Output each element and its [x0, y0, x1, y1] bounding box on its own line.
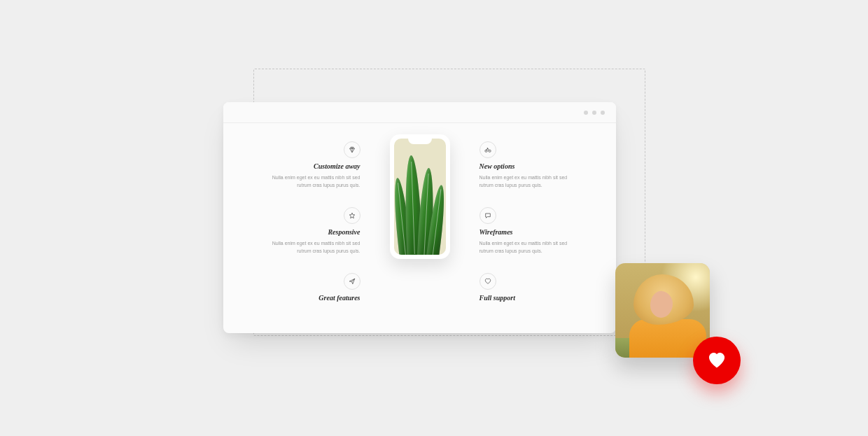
browser-window: Customize away Nulla enim eget ex eu mat… [223, 102, 616, 333]
feature-title: Great features [318, 294, 360, 302]
phone-notch [408, 139, 432, 144]
person-illustration [615, 263, 710, 358]
phone-screen [394, 139, 446, 255]
window-dot [601, 111, 605, 115]
paperplane-icon [344, 273, 360, 290]
feature-desc: Nulla enim eget ex eu mattis nibh sit se… [479, 174, 570, 189]
feature-title: Responsive [328, 228, 360, 236]
feature-item: New options Nulla enim eget ex eu mattis… [479, 141, 570, 189]
features-left-column: Customize away Nulla enim eget ex eu mat… [270, 141, 360, 306]
feature-desc: Nulla enim eget ex eu mattis nibh sit se… [479, 240, 570, 255]
browser-body: Customize away Nulla enim eget ex eu mat… [223, 123, 616, 333]
phone-frame [390, 134, 450, 259]
feature-item: Full support [479, 273, 515, 306]
feature-item: Wireframes Nulla enim eget ex eu mattis … [479, 207, 570, 255]
feature-item: Responsive Nulla enim eget ex eu mattis … [270, 207, 360, 255]
heart-icon [479, 273, 496, 290]
feature-title: Customize away [314, 162, 360, 170]
features-right-column: New options Nulla enim eget ex eu mattis… [479, 141, 570, 306]
feature-item: Great features [318, 273, 360, 306]
feature-title: New options [479, 162, 515, 170]
photo-card [615, 263, 710, 358]
window-dot [584, 111, 588, 115]
window-dot [592, 111, 596, 115]
diamond-icon [344, 141, 360, 158]
feature-item: Customize away Nulla enim eget ex eu mat… [270, 141, 360, 189]
feature-desc: Nulla enim eget ex eu mattis nibh sit se… [270, 174, 360, 189]
chat-icon [479, 207, 496, 224]
star-icon [344, 207, 360, 224]
feature-title: Wireframes [479, 228, 513, 236]
bike-icon [479, 141, 496, 158]
feature-title: Full support [479, 294, 515, 302]
browser-header [223, 102, 616, 123]
heart-filled-icon [707, 351, 727, 370]
phone-mockup [388, 134, 451, 259]
like-button[interactable] [693, 337, 741, 384]
feature-desc: Nulla enim eget ex eu mattis nibh sit se… [270, 240, 360, 255]
